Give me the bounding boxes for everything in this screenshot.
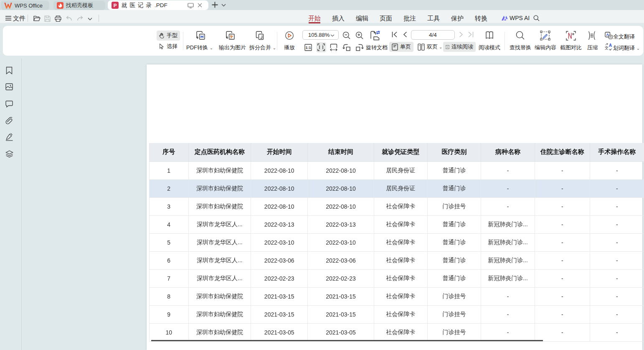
svg-text:A: A: [609, 43, 612, 48]
svg-text:文: 文: [605, 46, 609, 50]
svg-text:P: P: [114, 3, 117, 8]
svg-text:A: A: [606, 32, 609, 37]
svg-text:1:1: 1:1: [305, 46, 311, 50]
